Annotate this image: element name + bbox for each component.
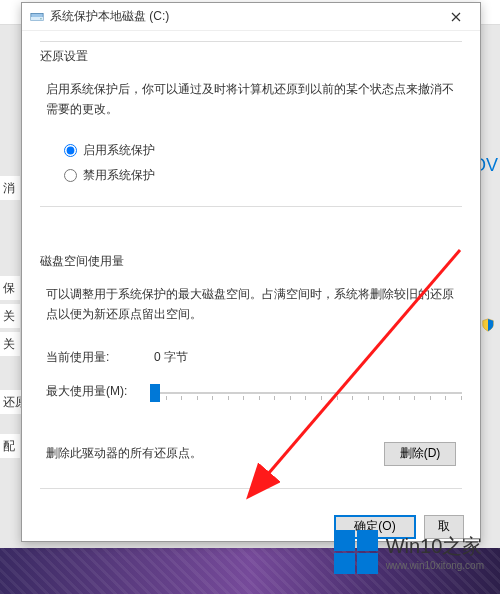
dialog-title: 系统保护本地磁盘 (C:)	[50, 8, 440, 25]
bg-text: 关	[0, 304, 20, 328]
delete-button[interactable]: 删除(D)	[384, 442, 456, 466]
radio-disable-label: 禁用系统保护	[83, 167, 155, 184]
close-icon	[451, 12, 461, 22]
titlebar: 系统保护本地磁盘 (C:)	[22, 3, 480, 31]
radio-disable-protection[interactable]: 禁用系统保护	[64, 167, 462, 184]
bg-text: 消	[0, 176, 20, 200]
ok-button[interactable]: 确定(O)	[334, 515, 416, 539]
restore-settings-description: 启用系统保护后，你可以通过及时将计算机还原到以前的某个状态点来撤消不需要的更改。	[40, 71, 462, 134]
max-usage-slider[interactable]	[150, 382, 462, 402]
disk-usage-title: 磁盘空间使用量	[40, 247, 462, 276]
current-usage-label: 当前使用量:	[46, 349, 146, 366]
current-usage-row: 当前使用量: 0 字节	[46, 349, 462, 366]
max-usage-label: 最大使用量(M):	[46, 383, 146, 400]
shield-icon	[481, 318, 495, 332]
wallpaper-strip	[0, 548, 500, 594]
dialog-button-row: 确定(O) 取	[22, 505, 480, 549]
restore-settings-title: 还原设置	[40, 42, 462, 71]
cancel-button[interactable]: 取	[424, 515, 464, 539]
svg-point-2	[40, 17, 42, 19]
system-protection-dialog: 系统保护本地磁盘 (C:) 还原设置 启用系统保护后，你可以通过及时将计算机还原…	[21, 2, 481, 542]
bg-text: 配	[0, 434, 20, 458]
bg-text: 关	[0, 332, 20, 356]
slider-thumb[interactable]	[150, 384, 160, 402]
bg-text: 保	[0, 276, 20, 300]
watermark-url: www.win10xitong.com	[386, 560, 484, 571]
current-usage-value: 0 字节	[146, 349, 188, 366]
delete-restore-points-label: 删除此驱动器的所有还原点。	[46, 445, 202, 462]
disk-usage-description: 可以调整用于系统保护的最大磁盘空间。占满空间时，系统将删除较旧的还原点以便为新还…	[40, 276, 462, 339]
radio-enable-input[interactable]	[64, 144, 77, 157]
radio-enable-label: 启用系统保护	[83, 142, 155, 159]
radio-enable-protection[interactable]: 启用系统保护	[64, 142, 462, 159]
restore-settings-group: 还原设置 启用系统保护后，你可以通过及时将计算机还原到以前的某个状态点来撤消不需…	[40, 41, 462, 207]
close-button[interactable]	[440, 7, 472, 27]
disk-usage-group: 磁盘空间使用量 可以调整用于系统保护的最大磁盘空间。占满空间时，系统将删除较旧的…	[40, 247, 462, 489]
max-usage-row: 最大使用量(M):	[46, 382, 462, 402]
radio-disable-input[interactable]	[64, 169, 77, 182]
drive-icon	[30, 10, 44, 24]
